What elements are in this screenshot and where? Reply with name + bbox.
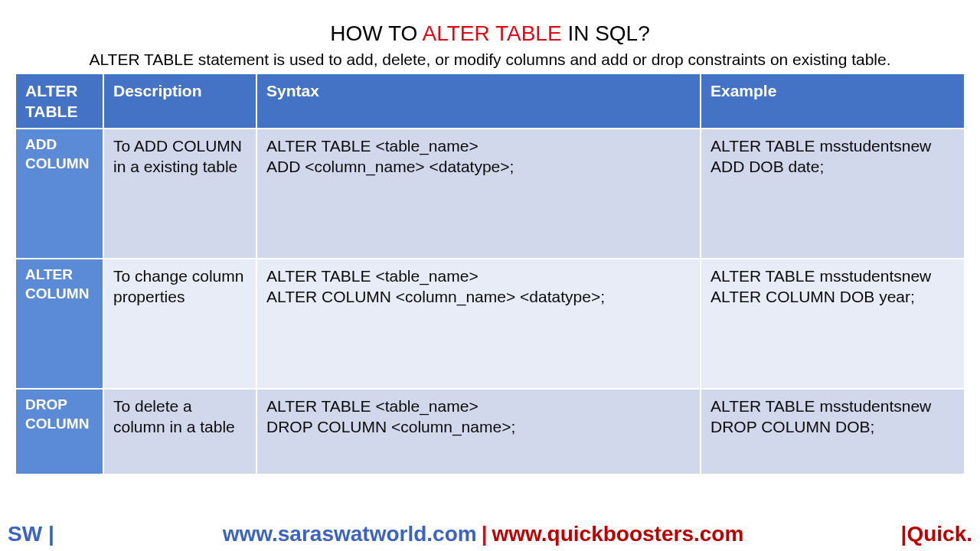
footer-brand-quick: |Quick. <box>901 522 972 546</box>
col-header-description: Description <box>103 73 256 129</box>
title-pre: HOW TO <box>330 21 422 45</box>
footer: SW | www.saraswatworld.com | www.quickbo… <box>0 522 980 546</box>
row-header: DROP COLUMN <box>15 389 103 474</box>
title-highlight: ALTER TABLE <box>423 21 562 45</box>
page-title: HOW TO ALTER TABLE IN SQL? <box>0 0 980 46</box>
subtitle: ALTER TABLE statement is used to add, de… <box>0 51 980 69</box>
row-header: ADD COLUMN <box>15 129 103 259</box>
cell-syntax: ALTER TABLE <table_name> ALTER COLUMN <c… <box>256 259 701 389</box>
cell-example: ALTER TABLE msstudentsnew DROP COLUMN DO… <box>701 389 965 474</box>
alter-table-grid: ALTER TABLE Description Syntax Example A… <box>15 73 965 474</box>
col-header-syntax: Syntax <box>256 73 701 129</box>
cell-syntax: ALTER TABLE <table_name> ADD <column_nam… <box>256 129 701 259</box>
cell-description: To delete a column in a table <box>103 389 256 474</box>
footer-url-2: www.quickboosters.com <box>492 522 744 546</box>
cell-description: To change column properties <box>103 259 256 389</box>
col-header-operation: ALTER TABLE <box>15 73 103 129</box>
footer-separator: | <box>482 522 488 546</box>
footer-brand-sw: SW | <box>8 522 54 546</box>
cell-syntax: ALTER TABLE <table_name> DROP COLUMN <co… <box>256 389 701 474</box>
cell-example: ALTER TABLE msstudentsnew ADD DOB date; <box>701 129 965 259</box>
col-header-example: Example <box>701 73 965 129</box>
footer-url-1: www.saraswatworld.com <box>223 522 477 546</box>
cell-description: To ADD COLUMN in a existing table <box>103 129 256 259</box>
title-post: IN SQL? <box>562 21 650 45</box>
row-header: ALTER COLUMN <box>15 259 103 389</box>
cell-example: ALTER TABLE msstudentsnew ALTER COLUMN D… <box>701 259 965 389</box>
